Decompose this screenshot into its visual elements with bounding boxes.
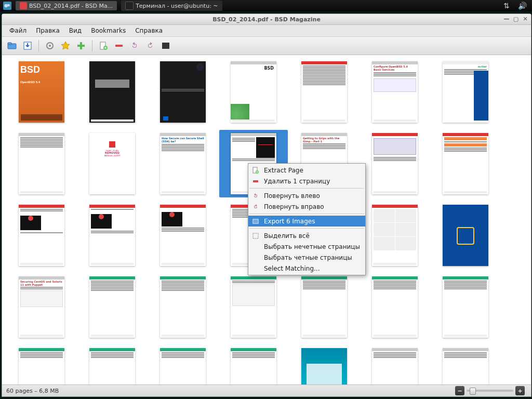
ctx-separator xyxy=(249,214,364,214)
save-button[interactable] xyxy=(21,39,34,52)
page-thumb[interactable]: m:tier xyxy=(431,58,500,126)
svg-rect-12 xyxy=(162,43,169,49)
cover-subtitle: OpenBSD 5.4 xyxy=(20,81,63,84)
ctx-rotate-left[interactable]: Повернуть влево xyxy=(248,190,365,201)
page-thumb[interactable] xyxy=(361,345,429,384)
svg-point-1 xyxy=(7,4,10,7)
page-thumb[interactable] xyxy=(361,202,429,269)
page-thumb[interactable] xyxy=(149,58,217,126)
ctx-delete-page[interactable]: Удалить 1 страницу xyxy=(248,176,365,187)
remove-button[interactable] xyxy=(112,39,126,52)
settings-button[interactable] xyxy=(43,39,57,52)
cover-title: BSD xyxy=(20,63,63,74)
close-button[interactable]: ✕ xyxy=(522,15,529,22)
svg-point-6 xyxy=(49,45,51,47)
zoom-out-button[interactable]: − xyxy=(455,386,464,395)
window-title: BSD_02_2014.pdf - BSD Magazine xyxy=(212,16,321,23)
menu-file[interactable]: Файл xyxy=(5,26,31,35)
toolbar xyxy=(2,36,531,55)
ctx-export-images[interactable]: Export 6 Images xyxy=(248,216,365,227)
page-thumb[interactable] xyxy=(78,273,147,341)
network-icon[interactable]: ⇅ xyxy=(501,2,512,10)
ctx-select-even[interactable]: Выбрать четные страницы xyxy=(248,252,365,263)
ctx-rotate-right[interactable]: Повернуть вправо xyxy=(248,201,365,212)
page-thumb[interactable] xyxy=(361,273,429,341)
rotate-right-button[interactable] xyxy=(143,39,157,52)
export-icon xyxy=(251,217,260,225)
page-thumb[interactable]: BSDOpenBSD 5.4 xyxy=(7,58,76,126)
page-thumb[interactable]: BSD xyxy=(219,58,288,126)
rotate-left-icon xyxy=(251,192,260,200)
statusbar: 60 pages – 6,8 MB − + xyxy=(2,384,531,396)
page-thumb[interactable] xyxy=(290,273,358,341)
blank-icon xyxy=(251,264,260,273)
page-thumb[interactable] xyxy=(78,202,147,269)
page-thumb[interactable] xyxy=(149,273,217,341)
zoom-slider-knob[interactable] xyxy=(470,388,476,395)
page-thumb[interactable] xyxy=(7,345,76,384)
remove-icon xyxy=(251,177,260,185)
page-thumb[interactable] xyxy=(7,202,76,269)
ctx-label: Выбрать четные страницы xyxy=(264,254,352,261)
desktop-panel: BSD_02_2014.pdf - BSD Ma... Терминал - u… xyxy=(0,0,532,11)
ctx-select-matching[interactable]: Select Matching... xyxy=(248,263,365,274)
zoom-slider[interactable] xyxy=(467,390,513,392)
ctx-extract-page[interactable]: Extract Page xyxy=(248,165,365,176)
ctx-select-all[interactable]: Выделить всё xyxy=(248,230,365,241)
ssh-title: How Secure can Secure Shell (SSH) be? xyxy=(162,137,204,143)
taskbar-item-pdf[interactable]: BSD_02_2014.pdf - BSD Ma... xyxy=(16,1,117,10)
svg-point-0 xyxy=(4,4,7,7)
zoom-in-button[interactable]: + xyxy=(515,386,525,395)
volume-icon[interactable]: 🔊 xyxy=(516,2,529,10)
open-button[interactable] xyxy=(5,39,19,52)
page-thumb[interactable] xyxy=(431,345,500,384)
window-titlebar[interactable]: BSD_02_2014.pdf - BSD Magazine — ▢ ✕ xyxy=(2,14,531,25)
ctx-label: Extract Page xyxy=(264,167,303,174)
page-thumb[interactable] xyxy=(290,58,358,126)
taskbar-item-terminal[interactable]: Терминал - user@ubuntu: ~ xyxy=(121,1,222,11)
ctx-label: Удалить 1 страницу xyxy=(264,178,330,185)
thumbnails-button[interactable] xyxy=(159,39,172,52)
svg-rect-18 xyxy=(253,233,258,238)
page-thumb[interactable] xyxy=(290,345,358,384)
page-thumb[interactable] xyxy=(431,202,500,269)
page-thumb[interactable]: Configure OpenBSD 5.4 Basic Services xyxy=(361,58,429,126)
gimp-title: Getting to Grips with the Gimp - Part 1 xyxy=(303,137,345,143)
menu-view[interactable]: Вид xyxy=(65,26,86,35)
page-thumb[interactable]: Securing CentOS and Solaris 11 with Pupp… xyxy=(7,273,76,341)
svg-rect-11 xyxy=(115,45,123,47)
page-thumb[interactable]: ripper studioREMOVEDMANUAL AUDIT xyxy=(78,130,147,197)
menu-bookmarks[interactable]: Bookmarks xyxy=(87,26,130,35)
extract-icon xyxy=(251,166,260,175)
menu-help[interactable]: Справка xyxy=(131,26,167,35)
page-thumb[interactable]: How Secure can Secure Shell (SSH) be? xyxy=(149,130,217,197)
page-thumb[interactable] xyxy=(78,58,147,126)
page-thumb[interactable] xyxy=(219,273,288,341)
minimize-button[interactable]: — xyxy=(503,15,510,22)
ctx-label: Повернуть влево xyxy=(264,192,320,200)
ctx-select-odd[interactable]: Выбрать нечетные страницы xyxy=(248,241,365,252)
xfce-menu-icon[interactable] xyxy=(3,2,11,10)
ctx-label: Выделить всё xyxy=(264,232,310,240)
maximize-button[interactable]: ▢ xyxy=(512,15,520,22)
mtier-label: m:tier xyxy=(444,65,487,69)
taskbar-item-label: Терминал - user@ubuntu: ~ xyxy=(136,3,218,9)
rotate-left-button[interactable] xyxy=(128,39,141,52)
page-thumb[interactable] xyxy=(149,202,217,269)
ctx-label: Повернуть вправо xyxy=(264,203,324,210)
page-thumb[interactable] xyxy=(431,130,500,197)
svg-rect-15 xyxy=(253,180,258,182)
page-thumb[interactable] xyxy=(7,130,76,197)
bookmark-button[interactable] xyxy=(59,39,72,52)
page-thumb[interactable] xyxy=(149,345,217,384)
svg-rect-8 xyxy=(77,45,85,47)
page-thumb[interactable] xyxy=(431,273,500,341)
centos-title: Securing CentOS and Solaris 11 with Pupp… xyxy=(20,281,63,286)
page-thumb[interactable] xyxy=(78,345,147,384)
menu-edit[interactable]: Правка xyxy=(32,26,64,35)
extract-button[interactable] xyxy=(97,39,110,52)
add-button[interactable] xyxy=(74,39,88,52)
page-thumb[interactable] xyxy=(361,130,429,197)
page-thumb[interactable] xyxy=(219,345,288,384)
select-all-icon xyxy=(251,232,260,240)
